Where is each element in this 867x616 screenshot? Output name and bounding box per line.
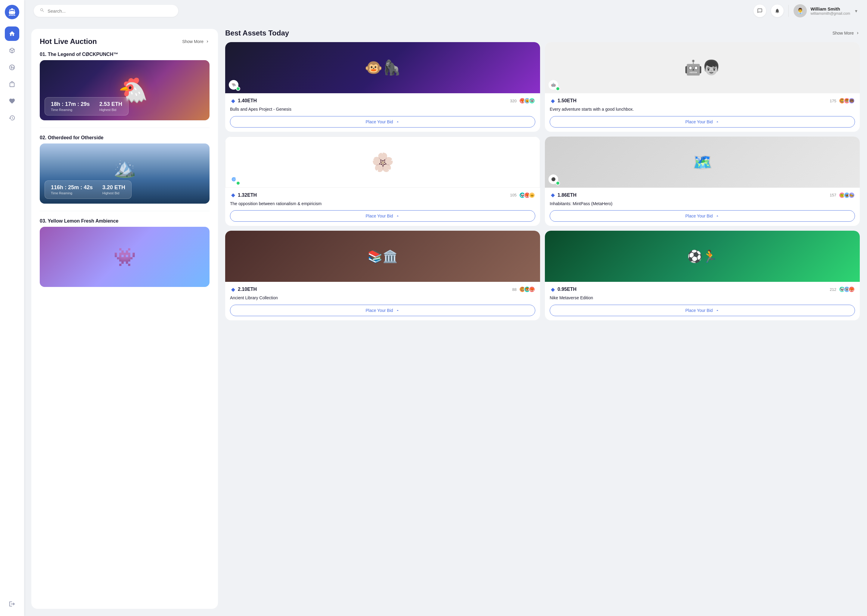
asset-img-metahero xyxy=(545,137,860,188)
asset-card-1-verified-dot xyxy=(236,86,240,91)
asset-img-lunchbox xyxy=(545,42,860,93)
topbar-right: 👨‍💼 William Smith williamsmith@gmail.com… xyxy=(754,4,858,17)
sidebar-item-bag[interactable] xyxy=(5,77,19,91)
asset-card-1-meta: ◆ 1.40ETH 320 🦊 😺 🐨 xyxy=(230,97,535,104)
asset-card-5-body: ◆ 2.10ETH 88 🦁 🐯 🦊 Ancient Libr xyxy=(225,282,540,321)
asset-card-3-body: ◆ 1.32ETH 105 🐼 🦊 🐱 The opposit xyxy=(225,188,540,226)
asset-card-3-bid-label: Place Your Bid xyxy=(366,214,393,218)
auction-show-more-label: Show More xyxy=(182,39,203,44)
asset-card-4-bid-label: Place Your Bid xyxy=(685,214,713,218)
auction-item-2-time-label: Time Reaming xyxy=(51,191,93,195)
asset-card-5-bid-count: 88 xyxy=(512,287,517,292)
sidebar-item-heart[interactable] xyxy=(5,94,19,108)
asset-card-6-bid-button[interactable]: Place Your Bid xyxy=(550,305,855,316)
auction-item-1-bid-label: Highest Bid xyxy=(99,108,122,112)
hot-live-auction-panel: Hot Live Auction Show More 01. The Legen… xyxy=(31,29,218,609)
asset-card-1-bid-label: Place Your Bid xyxy=(366,119,393,124)
app-logo[interactable] xyxy=(5,5,19,19)
auction-title: Hot Live Auction xyxy=(40,37,97,46)
asset-card-6-eth-value: 0.95ETH xyxy=(558,287,577,292)
auction-item-2-time-value: 116h : 25m : 42s xyxy=(51,184,93,191)
asset-card-4-bid-count: 157 xyxy=(830,193,836,197)
asset-card-2-bid-button[interactable]: Place Your Bid xyxy=(550,116,855,127)
asset-card-2: 🤖 ◆ 1.50ETH 175 🦁 🐯 xyxy=(545,42,860,132)
auction-item-2-bid-label: Highest Bid xyxy=(102,191,125,195)
asset-card-4-verified-dot xyxy=(556,181,560,185)
topbar: 👨‍💼 William Smith williamsmith@gmail.com… xyxy=(24,0,867,22)
sidebar-item-home[interactable] xyxy=(5,27,19,41)
asset-card-6-bid-label: Place Your Bid xyxy=(685,308,713,313)
auction-item-3-title: 03. Yellow Lemon Fresh Ambience xyxy=(40,218,210,224)
auction-item-1-bid: 2.53 ETH Highest Bid xyxy=(99,101,122,112)
auction-item-2-bid: 3.20 ETH Highest Bid xyxy=(102,184,125,195)
bidder-avatar: 🐝 xyxy=(848,192,855,198)
asset-img-nike xyxy=(545,231,860,282)
asset-card-1-name: Bulls and Apes Project - Genesis xyxy=(230,107,535,113)
auction-item-3: 03. Yellow Lemon Fresh Ambience xyxy=(40,218,210,287)
auction-item-3-image[interactable] xyxy=(40,227,210,287)
asset-card-1-bid-button[interactable]: Place Your Bid xyxy=(230,116,535,127)
asset-card-5-bid-button[interactable]: Place Your Bid xyxy=(230,305,535,316)
asset-card-6-bidders: 🐼 🐨 🦊 xyxy=(839,286,855,293)
asset-card-4-image-wrapper: ⚫ xyxy=(545,137,860,188)
assets-show-more-button[interactable]: Show More xyxy=(832,31,860,36)
sidebar-item-history[interactable] xyxy=(5,111,19,125)
sidebar-item-logout[interactable] xyxy=(5,597,19,611)
bidder-avatar: 🐻 xyxy=(848,97,855,104)
asset-card-4-meta: ◆ 1.86ETH 157 🐸 🦋 🐝 xyxy=(550,192,855,198)
asset-card-3-image-wrapper: 🌀 xyxy=(225,137,540,188)
asset-card-1: 🐃 ◆ 1.40ETH 320 🦊 😺 xyxy=(225,42,540,132)
auction-item-1-title: 01. The Legend of CØCKPUNCH™ xyxy=(40,52,210,57)
asset-card-5-meta: ◆ 2.10ETH 88 🦁 🐯 🦊 xyxy=(230,286,535,293)
auction-item-2-overlay: 116h : 25m : 42s Time Reaming 3.20 ETH H… xyxy=(44,181,132,199)
notification-button[interactable] xyxy=(771,5,783,17)
eth-icon-3: ◆ xyxy=(230,192,236,198)
auction-show-more-button[interactable]: Show More xyxy=(182,39,210,44)
asset-img-rationalism xyxy=(225,137,540,188)
best-assets-panel: Best Assets Today Show More 🐃 ◆ xyxy=(225,29,860,609)
asset-card-2-meta: ◆ 1.50ETH 175 🦁 🐯 🐻 xyxy=(550,97,855,104)
asset-card-5-bid-label: Place Your Bid xyxy=(366,308,393,313)
asset-card-2-eth-value: 1.50ETH xyxy=(558,98,577,104)
auction-item-1-image[interactable]: 18h : 17m : 29s Time Reaming 2.53 ETH Hi… xyxy=(40,60,210,120)
user-profile[interactable]: 👨‍💼 William Smith williamsmith@gmail.com… xyxy=(793,4,858,17)
auction-item-2-title: 02. Otherdeed for Otherside xyxy=(40,135,210,140)
asset-card-6-body: ◆ 0.95ETH 212 🐼 🐨 🦊 Nike Metave xyxy=(545,282,860,321)
bidder-avatar: 🐨 xyxy=(529,97,535,104)
auction-divider-1 xyxy=(40,127,210,128)
asset-card-5-eth-value: 2.10ETH xyxy=(238,287,257,292)
asset-card-2-eth: ◆ 1.50ETH xyxy=(550,98,577,104)
assets-title: Best Assets Today xyxy=(225,29,289,37)
assets-show-more-label: Show More xyxy=(832,31,854,36)
asset-img-bulls-apes xyxy=(225,42,540,93)
asset-card-4-bid-button[interactable]: Place Your Bid xyxy=(550,210,855,222)
assets-grid: 🐃 ◆ 1.40ETH 320 🦊 😺 xyxy=(225,42,860,321)
search-bar[interactable] xyxy=(34,5,178,17)
auction-divider-2 xyxy=(40,211,210,211)
asset-card-4-bidders: 🐸 🦋 🐝 xyxy=(839,192,855,198)
asset-card-3-eth-value: 1.32ETH xyxy=(238,193,257,198)
asset-card-3-eth: ◆ 1.32ETH xyxy=(230,192,257,198)
search-input[interactable] xyxy=(47,8,172,14)
asset-card-6-eth: ◆ 0.95ETH xyxy=(550,286,577,292)
asset-card-5-bidders: 🦁 🐯 🦊 xyxy=(519,286,535,293)
user-info: William Smith williamsmith@gmail.com xyxy=(810,6,850,16)
asset-card-3-bid-count: 105 xyxy=(510,193,517,197)
search-icon xyxy=(40,8,44,14)
asset-card-2-bid-count: 175 xyxy=(830,99,836,103)
asset-card-2-body: ◆ 1.50ETH 175 🦁 🐯 🐻 Every adven xyxy=(545,93,860,132)
asset-card-6: ◆ 0.95ETH 212 🐼 🐨 🦊 Nike Metave xyxy=(545,231,860,321)
asset-card-1-bid-count: 320 xyxy=(510,99,517,103)
asset-card-4: ⚫ ◆ 1.86ETH 157 🐸 🦋 xyxy=(545,137,860,226)
sidebar-item-cube[interactable] xyxy=(5,43,19,58)
asset-card-3-bid-button[interactable]: Place Your Bid xyxy=(230,210,535,222)
bidder-avatar: 🦊 xyxy=(529,286,535,293)
asset-card-3-meta: ◆ 1.32ETH 105 🐼 🦊 🐱 xyxy=(230,192,535,198)
sidebar-item-compass[interactable] xyxy=(5,60,19,75)
asset-card-1-bidders: 🦊 😺 🐨 xyxy=(519,97,535,104)
asset-card-1-image-wrapper: 🐃 xyxy=(225,42,540,93)
chat-button[interactable] xyxy=(754,5,766,17)
auction-item-2-image[interactable]: 116h : 25m : 42s Time Reaming 3.20 ETH H… xyxy=(40,143,210,204)
asset-card-2-bid-label: Place Your Bid xyxy=(685,119,713,124)
user-name: William Smith xyxy=(810,6,850,11)
